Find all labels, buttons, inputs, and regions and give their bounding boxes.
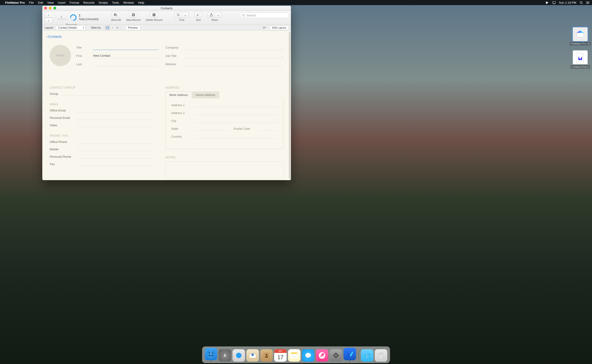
back-link[interactable]: ‹ Contacts bbox=[42, 31, 291, 40]
svg-line-23 bbox=[244, 16, 245, 17]
menu-window[interactable]: Window bbox=[123, 1, 134, 4]
office-phone-label: Office Phone bbox=[50, 140, 77, 144]
svg-point-9 bbox=[586, 3, 587, 4]
first-field[interactable] bbox=[93, 53, 158, 58]
new-record-button[interactable] bbox=[130, 12, 137, 18]
view-table-button[interactable] bbox=[115, 26, 120, 30]
postal-field[interactable] bbox=[259, 126, 278, 131]
next-record-button[interactable]: › bbox=[45, 18, 52, 23]
dock-itunes[interactable] bbox=[316, 349, 328, 362]
find-menu-button[interactable]: ⌄ bbox=[182, 12, 189, 18]
layout-select[interactable]: Contact Details bbox=[56, 26, 85, 30]
menu-edit[interactable]: Edit bbox=[38, 1, 43, 4]
svg-rect-24 bbox=[106, 27, 109, 29]
fax-label: Fax bbox=[50, 162, 77, 166]
app-window: Contacts ‹ › 1 1 Total (Unsorted) Recor bbox=[42, 6, 291, 180]
menu-scripts[interactable]: Scripts bbox=[99, 1, 108, 4]
website-field[interactable] bbox=[185, 62, 284, 67]
menu-format[interactable]: Format bbox=[70, 1, 79, 4]
desktop-app-icon[interactable]: FileMaker Pro 16 bbox=[570, 27, 591, 45]
fax-field[interactable] bbox=[77, 162, 151, 166]
menu-file[interactable]: File bbox=[29, 1, 34, 4]
share-button[interactable] bbox=[208, 12, 215, 18]
menu-tools[interactable]: Tools bbox=[112, 1, 119, 4]
share-group: ⌄ Share bbox=[208, 12, 221, 21]
mobile-field[interactable] bbox=[77, 147, 151, 151]
delete-record-button[interactable] bbox=[150, 12, 158, 18]
address1-field[interactable] bbox=[195, 103, 278, 107]
contact-group-header: CONTACT GROUP bbox=[50, 86, 151, 89]
pie-icon[interactable] bbox=[69, 13, 78, 22]
notes-field[interactable] bbox=[165, 162, 284, 180]
office-email-label: Office Email bbox=[50, 109, 77, 112]
preview-button[interactable]: Preview bbox=[125, 26, 140, 30]
app-name[interactable]: FileMaker Pro bbox=[5, 1, 25, 4]
last-field[interactable] bbox=[93, 62, 158, 67]
menu-extras-icon[interactable] bbox=[586, 1, 590, 4]
desktop-file-icon[interactable]: Contacts.fmp12 bbox=[570, 50, 591, 68]
script-icon[interactable] bbox=[546, 1, 549, 4]
dock-contacts[interactable] bbox=[260, 349, 273, 362]
dock-launchpad[interactable] bbox=[219, 349, 231, 362]
photo-placeholder[interactable]: Photo bbox=[50, 45, 71, 66]
menu-records[interactable]: Records bbox=[83, 1, 94, 4]
view-list-button[interactable] bbox=[110, 26, 115, 30]
personal-email-label: Personal Email bbox=[50, 116, 77, 120]
scrollbar[interactable] bbox=[289, 32, 290, 179]
work-address-tab[interactable]: Work Address bbox=[165, 91, 192, 98]
country-field[interactable] bbox=[195, 134, 278, 138]
close-button[interactable] bbox=[44, 7, 47, 9]
search-placeholder: Search bbox=[247, 14, 256, 17]
record-slider[interactable]: 1 bbox=[55, 15, 68, 20]
personal-phone-field[interactable] bbox=[77, 155, 151, 159]
dock-mail[interactable] bbox=[247, 349, 259, 362]
dock-calendar[interactable]: SEP17 bbox=[274, 349, 287, 362]
menu-insert[interactable]: Insert bbox=[58, 1, 66, 4]
group-field[interactable] bbox=[62, 91, 151, 96]
dock-trash[interactable] bbox=[375, 349, 387, 362]
show-all-button[interactable] bbox=[112, 12, 120, 18]
state-field[interactable] bbox=[195, 126, 229, 131]
desktop-file-label: Contacts.fmp12 bbox=[571, 65, 590, 68]
spotlight-icon[interactable] bbox=[579, 1, 583, 4]
prev-record-button[interactable]: ‹ bbox=[45, 12, 52, 18]
search-input[interactable]: Search bbox=[240, 13, 289, 18]
video-field[interactable] bbox=[77, 123, 151, 127]
office-phone-field[interactable] bbox=[77, 140, 151, 144]
title-field[interactable] bbox=[93, 45, 158, 50]
home-address-tab[interactable]: Home Address bbox=[192, 91, 219, 98]
sort-button[interactable]: az bbox=[194, 12, 202, 18]
dock-preferences[interactable] bbox=[330, 349, 342, 362]
zoom-button[interactable] bbox=[53, 7, 56, 9]
postal-label: Postal Code bbox=[234, 127, 254, 130]
dock-downloads[interactable] bbox=[361, 349, 373, 362]
dock-safari[interactable] bbox=[233, 349, 245, 362]
company-field[interactable] bbox=[185, 45, 284, 50]
svg-rect-14 bbox=[115, 14, 117, 16]
dock-notes[interactable] bbox=[288, 349, 301, 362]
job-title-field[interactable] bbox=[185, 53, 284, 58]
dock-messages[interactable] bbox=[302, 349, 314, 362]
minimize-button[interactable] bbox=[49, 7, 52, 9]
address2-field[interactable] bbox=[195, 111, 278, 115]
city-field[interactable] bbox=[195, 119, 278, 123]
view-form-button[interactable] bbox=[105, 26, 110, 30]
menu-view[interactable]: View bbox=[47, 1, 54, 4]
formatting-icon[interactable]: Aª bbox=[263, 26, 266, 29]
clock[interactable]: Sun 1:19 PM bbox=[559, 1, 576, 4]
find-button[interactable] bbox=[175, 12, 182, 18]
chevron-down-icon[interactable]: ⌄ bbox=[281, 46, 284, 49]
titlebar[interactable]: Contacts bbox=[42, 6, 291, 11]
share-menu-button[interactable]: ⌄ bbox=[215, 12, 221, 18]
chevron-left-icon: ‹ bbox=[46, 34, 48, 38]
chevron-down-icon[interactable]: ⌄ bbox=[281, 54, 284, 58]
office-email-field[interactable] bbox=[77, 108, 151, 112]
content-area: ‹ Contacts Photo Title First Last bbox=[42, 31, 291, 180]
dock-filemaker[interactable] bbox=[344, 348, 356, 360]
layout-label: Layout: bbox=[45, 26, 54, 29]
personal-email-field[interactable] bbox=[77, 116, 151, 120]
menu-help[interactable]: Help bbox=[138, 1, 144, 4]
edit-layout-button[interactable]: Edit Layout bbox=[270, 26, 289, 30]
dock-finder[interactable] bbox=[205, 348, 217, 360]
display-icon[interactable] bbox=[552, 1, 556, 4]
